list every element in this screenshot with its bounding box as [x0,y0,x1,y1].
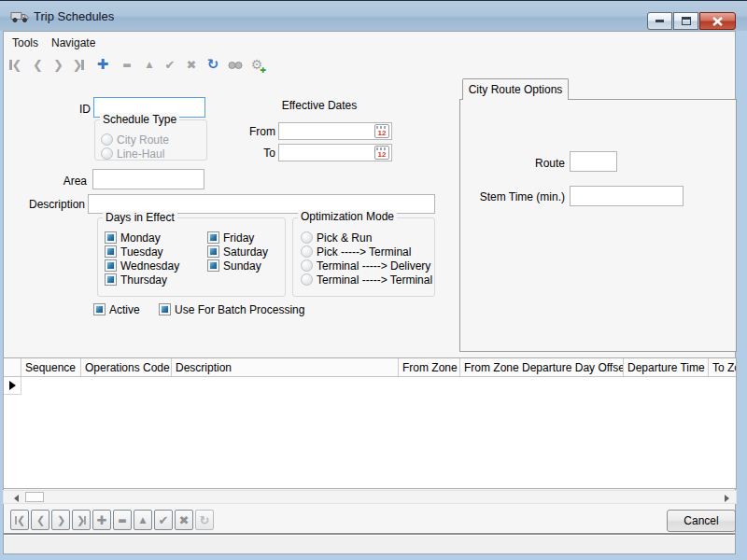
checkbox-sunday[interactable] [207,259,219,272]
checkbox-monday-label: Monday [120,231,161,245]
nav-prior-button[interactable]: ❮ [31,510,49,530]
nav-post-button[interactable]: ✔ [154,510,173,530]
stem-time-input[interactable] [570,186,684,206]
to-label: To [234,147,275,161]
checkbox-wednesday[interactable] [105,259,117,272]
last-record-button[interactable]: ❯ [69,54,88,75]
grid-header-description[interactable]: Description [172,358,399,376]
first-record-button[interactable]: ❮ [6,54,24,75]
nav-post-icon: ✔ [159,513,169,527]
checkbox-saturday[interactable] [207,245,219,258]
restore-button[interactable] [673,12,698,30]
checkbox-monday[interactable] [105,231,117,244]
optimization-mode-title: Optimization Mode [298,210,397,223]
next-icon: ❯ [53,58,63,72]
post-edit-button[interactable]: ✔ [161,54,179,75]
grid-horizontal-scrollbar[interactable] [3,490,737,504]
next-record-button[interactable]: ❯ [49,54,67,75]
titlebar[interactable]: Trip Schedules [0,2,747,31]
radio-line-haul[interactable] [101,147,113,160]
menu-navigate[interactable]: Navigate [51,36,95,49]
route-input[interactable] [570,151,617,172]
radio-city-route[interactable] [101,133,113,146]
days-in-effect-title: Days in Effect [103,211,177,224]
insert-record-button[interactable]: ✚ [93,54,112,75]
nav-insert-button[interactable]: ✚ [92,510,111,530]
grid-header: Sequence Operations Code Description Fro… [4,358,736,377]
nav-last-icon: ❯ [77,514,84,526]
grid-header-from-zone[interactable]: From Zone [399,358,460,376]
stem-time-label: Stem Time (min.) [474,190,565,204]
scroll-right-icon[interactable] [725,495,729,502]
grid-header-sequence[interactable]: Sequence [21,358,81,376]
radio-pick-and-run[interactable] [301,231,313,244]
checkbox-sunday-label: Sunday [223,259,261,273]
search-button[interactable] [226,54,245,75]
scroll-left-icon[interactable] [14,495,19,502]
delete-record-button[interactable]: ▬ [118,54,136,75]
refresh-button[interactable]: ↻ [204,54,222,75]
record-navigator: ❮ ❮ ❯ ❯ ✚ ▬ ▲ ✔ ✖ ↻ [4,510,735,532]
nav-last-button[interactable]: ❯ [72,510,91,530]
cancel-icon: ✖ [187,58,197,72]
last-icon: ❯ [73,58,82,72]
tab-city-route-options[interactable]: City Route Options [462,78,569,100]
schedule-type-title: Schedule Type [100,113,179,126]
menu-tools[interactable]: Tools [12,36,38,49]
close-button[interactable] [699,12,736,30]
radio-line-haul-label: Line-Haul [117,147,164,161]
grid-header-selector [4,358,21,376]
nav-first-button[interactable]: ❮ [10,510,29,530]
main-toolbar: ❮ ❮ ❯ ❯ ✚ ▬ ▲ ✔ ✖ ↻ ⚙✚ [4,54,735,77]
radio-terminal-terminal[interactable] [301,273,313,286]
radio-terminal-delivery[interactable] [301,259,313,272]
description-label: Description [27,198,85,212]
radio-pick-and-run-label: Pick & Run [317,231,372,245]
checkbox-batch[interactable] [159,303,171,315]
checkbox-thursday[interactable] [105,273,117,286]
cancel-edit-button[interactable]: ✖ [182,54,201,75]
settings-button[interactable]: ⚙✚ [247,54,266,75]
prior-icon: ❮ [33,58,42,72]
grid-header-from-zone-departure-day-offset[interactable]: From Zone Departure Day Offset [460,358,624,376]
nav-edit-icon: ▲ [140,515,147,525]
window-controls [646,12,736,30]
radio-pick-terminal[interactable] [301,245,313,258]
checkbox-tuesday[interactable] [105,245,117,258]
client-area: Tools Navigate ❮ ❮ ❯ ❯ ✚ ▬ ▲ ✔ ✖ ↻ ⚙✚ [3,31,736,554]
grid-header-departure-time[interactable]: Departure Time [624,358,709,376]
cancel-button[interactable]: Cancel [667,510,736,532]
nav-next-button[interactable]: ❯ [51,510,70,530]
app-window: Trip Schedules Tools Navigate ❮ ❮ ❯ ❯ ✚ … [0,0,747,560]
statusbar [4,536,735,553]
delete-icon: ▬ [122,60,131,70]
radio-city-route-label: City Route [117,133,169,147]
checkbox-active[interactable] [93,303,106,315]
to-calendar-icon[interactable]: 12 [374,146,389,160]
optimization-mode-groupbox: Pick & Run Pick -----> Terminal Terminal… [292,217,435,297]
city-route-options-panel: Route Stem Time (min.) [459,99,737,352]
insert-icon: ✚ [97,56,109,73]
prior-record-button[interactable]: ❮ [28,54,47,75]
scroll-thumb[interactable] [25,492,44,502]
nav-edit-button[interactable]: ▲ [134,510,152,530]
close-icon [712,17,724,26]
minimize-icon [655,20,664,22]
nav-refresh-icon: ↻ [200,513,210,527]
nav-prior-icon: ❮ [36,514,44,526]
grid-header-operations-code[interactable]: Operations Code [81,358,172,376]
minimize-button[interactable] [647,12,672,30]
area-input[interactable] [92,169,204,189]
edit-icon: ▲ [147,60,153,69]
nav-refresh-button[interactable]: ↻ [195,510,214,530]
record-selector-cell[interactable] [4,377,21,395]
from-calendar-icon[interactable]: 12 [374,124,389,138]
grid-header-to-zone[interactable]: To Zone [709,358,736,376]
nav-first-icon: ❮ [17,514,24,526]
nav-delete-button[interactable]: ▬ [113,510,132,530]
checkbox-friday[interactable] [207,231,219,244]
nav-cancel-button[interactable]: ✖ [175,510,193,530]
edit-record-button[interactable]: ▲ [140,54,159,75]
gear-plus-icon: ✚ [261,66,267,75]
refresh-icon: ↻ [207,56,219,73]
